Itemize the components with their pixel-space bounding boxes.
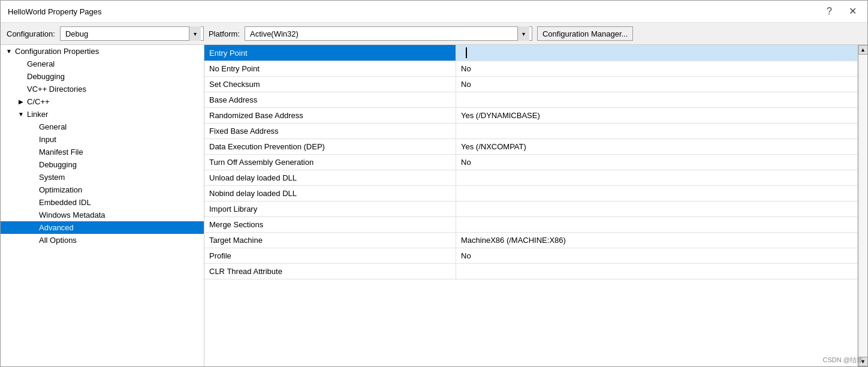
prop-name-profile: Profile	[204, 248, 456, 263]
prop-name-fixed-base-address: Fixed Base Address	[204, 124, 456, 139]
sidebar-item-linker-system[interactable]: System	[1, 171, 204, 184]
expand-icon: ▶	[17, 98, 25, 105]
prop-row-set-checksum[interactable]: Set ChecksumNo	[204, 77, 857, 92]
prop-row-turn-off-assembly[interactable]: Turn Off Assembly GenerationNo	[204, 155, 857, 170]
prop-row-randomized-base-address[interactable]: Randomized Base AddressYes (/DYNAMICBASE…	[204, 108, 857, 124]
sidebar-item-label-linker-embedded-idl: Embedded IDL	[39, 198, 91, 207]
prop-name-target-machine: Target Machine	[204, 233, 456, 248]
sidebar-item-label-linker-all-options: All Options	[39, 236, 77, 245]
sidebar-item-linker-windows-metadata[interactable]: Windows Metadata	[1, 209, 204, 221]
prop-value-entry-point	[456, 45, 857, 61]
sidebar-item-linker-embedded-idl[interactable]: Embedded IDL	[1, 196, 204, 209]
prop-value-set-checksum: No	[456, 77, 857, 92]
sidebar-item-label-config-properties: Configuration Properties	[15, 47, 99, 56]
prop-value-import-library	[456, 201, 857, 216]
platform-dropdown-arrow: ▾	[517, 26, 529, 41]
scroll-track[interactable]	[858, 55, 868, 357]
scrollbar[interactable]: ▲ ▼	[858, 45, 867, 366]
sidebar-item-label-cpp: C/C++	[27, 97, 50, 106]
title-bar: HelloWorld Property Pages ? ✕	[1, 1, 867, 23]
collapse-icon: ▼	[17, 111, 25, 118]
config-manager-button[interactable]: Configuration Manager...	[537, 26, 633, 41]
prop-value-no-entry-point: No	[456, 61, 857, 76]
sidebar-item-linker[interactable]: ▼Linker	[1, 108, 204, 121]
prop-name-turn-off-assembly: Turn Off Assembly Generation	[204, 155, 456, 170]
prop-value-unload-delay-loaded	[456, 170, 857, 185]
prop-name-nobind-delay-loaded: Nobind delay loaded DLL	[204, 186, 456, 201]
sidebar-item-linker-general[interactable]: General	[1, 121, 204, 133]
prop-row-fixed-base-address[interactable]: Fixed Base Address	[204, 124, 857, 139]
help-button[interactable]: ?	[823, 5, 836, 17]
sidebar-item-cpp[interactable]: ▶C/C++	[1, 95, 204, 108]
prop-value-data-execution-prevention: Yes (/NXCOMPAT)	[456, 139, 857, 154]
sidebar-item-label-linker-system: System	[39, 173, 65, 182]
configuration-value: Debug	[63, 29, 189, 38]
sidebar-item-linker-input[interactable]: Input	[1, 133, 204, 146]
prop-row-merge-sections[interactable]: Merge Sections	[204, 217, 857, 233]
prop-row-import-library[interactable]: Import Library	[204, 201, 857, 217]
prop-name-merge-sections: Merge Sections	[204, 217, 456, 232]
prop-name-entry-point: Entry Point	[204, 45, 456, 61]
sidebar-item-label-linker-debugging: Debugging	[39, 160, 77, 169]
sidebar-item-general[interactable]: General	[1, 58, 204, 70]
prop-row-data-execution-prevention[interactable]: Data Execution Prevention (DEP)Yes (/NXC…	[204, 139, 857, 155]
main-content: ▼Configuration PropertiesGeneralDebuggin…	[1, 45, 867, 366]
properties-panel: Entry PointNo Entry PointNoSet ChecksumN…	[204, 45, 858, 366]
window-title: HelloWorld Property Pages	[8, 7, 102, 16]
prop-value-randomized-base-address: Yes (/DYNAMICBASE)	[456, 108, 857, 123]
sidebar-item-linker-all-options[interactable]: All Options	[1, 234, 204, 246]
sidebar-item-label-linker-input: Input	[39, 135, 56, 144]
prop-name-data-execution-prevention: Data Execution Prevention (DEP)	[204, 139, 456, 154]
sidebar-item-debugging[interactable]: Debugging	[1, 70, 204, 83]
title-bar-left: HelloWorld Property Pages	[8, 7, 102, 16]
sidebar-item-label-linker-manifest: Manifest File	[39, 148, 83, 157]
prop-value-turn-off-assembly: No	[456, 155, 857, 170]
scroll-up-button[interactable]: ▲	[858, 45, 868, 55]
platform-dropdown[interactable]: Active(Win32) ▾	[245, 26, 532, 41]
prop-value-nobind-delay-loaded	[456, 186, 857, 201]
platform-value: Active(Win32)	[248, 29, 517, 38]
prop-value-fixed-base-address	[456, 124, 857, 139]
sidebar-item-label-debugging: Debugging	[27, 72, 65, 81]
sidebar-item-vc-directories[interactable]: VC++ Directories	[1, 83, 204, 95]
main-window: HelloWorld Property Pages ? ✕ Configurat…	[0, 0, 868, 367]
sidebar-item-label-general: General	[27, 59, 55, 68]
configuration-label: Configuration:	[7, 29, 55, 38]
prop-row-unload-delay-loaded[interactable]: Unload delay loaded DLL	[204, 170, 857, 186]
watermark: CSDN @结非	[823, 356, 863, 365]
prop-row-nobind-delay-loaded[interactable]: Nobind delay loaded DLL	[204, 186, 857, 201]
prop-value-target-machine: MachineX86 (/MACHINE:X86)	[456, 233, 857, 248]
prop-value-merge-sections	[456, 217, 857, 232]
properties-table: Entry PointNo Entry PointNoSet ChecksumN…	[204, 45, 857, 279]
prop-row-profile[interactable]: ProfileNo	[204, 248, 857, 264]
sidebar-item-linker-advanced[interactable]: Advanced	[1, 221, 204, 234]
prop-name-import-library: Import Library	[204, 201, 456, 216]
prop-name-set-checksum: Set Checksum	[204, 77, 456, 92]
prop-name-base-address: Base Address	[204, 92, 456, 107]
sidebar-item-label-vc-directories: VC++ Directories	[27, 85, 86, 94]
prop-row-base-address[interactable]: Base Address	[204, 92, 857, 108]
sidebar-item-linker-manifest[interactable]: Manifest File	[1, 146, 204, 158]
sidebar-item-config-properties[interactable]: ▼Configuration Properties	[1, 45, 204, 58]
toolbar: Configuration: Debug ▾ Platform: Active(…	[1, 23, 867, 45]
prop-value-profile: No	[456, 248, 857, 263]
sidebar-item-label-linker-general: General	[39, 122, 67, 131]
prop-row-clr-thread-attribute[interactable]: CLR Thread Attribute	[204, 264, 857, 279]
sidebar-item-label-linker-windows-metadata: Windows Metadata	[39, 210, 106, 219]
close-button[interactable]: ✕	[845, 5, 860, 17]
title-bar-right: ? ✕	[823, 5, 860, 17]
prop-row-no-entry-point[interactable]: No Entry PointNo	[204, 61, 857, 77]
sidebar-tree: ▼Configuration PropertiesGeneralDebuggin…	[1, 45, 204, 246]
sidebar-item-linker-debugging[interactable]: Debugging	[1, 158, 204, 171]
cursor-indicator	[466, 47, 467, 58]
prop-row-entry-point[interactable]: Entry Point	[204, 45, 857, 61]
configuration-dropdown-arrow: ▾	[189, 26, 201, 41]
prop-value-base-address	[456, 92, 857, 107]
collapse-icon: ▼	[5, 48, 13, 55]
configuration-dropdown[interactable]: Debug ▾	[60, 26, 204, 41]
prop-name-unload-delay-loaded: Unload delay loaded DLL	[204, 170, 456, 185]
sidebar-item-linker-optimization[interactable]: Optimization	[1, 184, 204, 196]
sidebar: ▼Configuration PropertiesGeneralDebuggin…	[1, 45, 204, 366]
prop-row-target-machine[interactable]: Target MachineMachineX86 (/MACHINE:X86)	[204, 233, 857, 248]
prop-name-randomized-base-address: Randomized Base Address	[204, 108, 456, 123]
